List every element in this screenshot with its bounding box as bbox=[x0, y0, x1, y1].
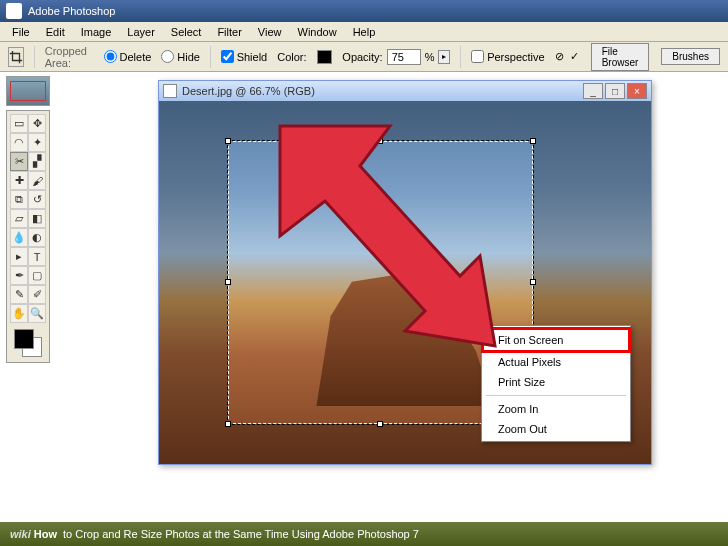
tutorial-caption: wiki How to Crop and Re Size Photos at t… bbox=[0, 522, 728, 546]
heal-tool-icon[interactable]: ✚ bbox=[10, 171, 28, 190]
app-icon bbox=[6, 3, 22, 19]
gradient-tool-icon[interactable]: ◧ bbox=[28, 209, 46, 228]
path-tool-icon[interactable]: ▸ bbox=[10, 247, 28, 266]
menu-help[interactable]: Help bbox=[345, 24, 384, 40]
separator bbox=[210, 46, 211, 68]
marquee-tool-icon[interactable]: ▭ bbox=[10, 114, 28, 133]
crop-tool-icon[interactable]: ✂ bbox=[10, 152, 28, 171]
close-button[interactable]: × bbox=[627, 83, 647, 99]
toolbox: ▭✥ ◠✦ ✂▞ ✚🖌 ⧉↺ ▱◧ 💧◐ ▸T ✒▢ ✎✐ ✋🔍 bbox=[6, 110, 50, 363]
notes-tool-icon[interactable]: ✎ bbox=[10, 285, 28, 304]
crop-handle[interactable] bbox=[530, 138, 536, 144]
context-menu: Fit on Screen Actual Pixels Print Size Z… bbox=[481, 325, 631, 442]
menu-item-zoom-in[interactable]: Zoom In bbox=[482, 399, 630, 419]
menu-filter[interactable]: Filter bbox=[209, 24, 249, 40]
shape-tool-icon[interactable]: ▢ bbox=[28, 266, 46, 285]
minimize-button[interactable]: _ bbox=[583, 83, 603, 99]
pen-tool-icon[interactable]: ✒ bbox=[10, 266, 28, 285]
blur-tool-icon[interactable]: 💧 bbox=[10, 228, 28, 247]
stamp-tool-icon[interactable]: ⧉ bbox=[10, 190, 28, 209]
menu-bar: File Edit Image Layer Select Filter View… bbox=[0, 22, 728, 42]
crop-handle[interactable] bbox=[530, 279, 536, 285]
move-tool-icon[interactable]: ✥ bbox=[28, 114, 46, 133]
hand-tool-icon[interactable]: ✋ bbox=[10, 304, 28, 323]
app-title: Adobe Photoshop bbox=[28, 5, 115, 17]
document-window: Desert.jpg @ 66.7% (RGB) _ □ × Fit on Sc… bbox=[158, 80, 652, 465]
opacity-arrow-icon[interactable]: ▸ bbox=[438, 50, 450, 64]
menu-item-fit-on-screen[interactable]: Fit on Screen bbox=[481, 327, 631, 353]
opacity-control: Opacity: 75 % ▸ bbox=[342, 49, 450, 65]
menu-divider bbox=[486, 395, 626, 396]
menu-item-zoom-out[interactable]: Zoom Out bbox=[482, 419, 630, 439]
color-swatches bbox=[10, 327, 46, 359]
wand-tool-icon[interactable]: ✦ bbox=[28, 133, 46, 152]
brush-tool-icon[interactable]: 🖌 bbox=[28, 171, 46, 190]
zoom-tool-icon[interactable]: 🔍 bbox=[28, 304, 46, 323]
crop-handle[interactable] bbox=[225, 421, 231, 427]
crop-handle[interactable] bbox=[225, 138, 231, 144]
crop-tool-icon[interactable] bbox=[8, 47, 24, 67]
brand-wiki: wiki bbox=[10, 528, 31, 540]
file-browser-tab[interactable]: File Browser bbox=[591, 43, 650, 71]
menu-file[interactable]: File bbox=[4, 24, 38, 40]
menu-edit[interactable]: Edit bbox=[38, 24, 73, 40]
fg-color-swatch[interactable] bbox=[14, 329, 34, 349]
separator bbox=[34, 46, 35, 68]
title-bar: Adobe Photoshop bbox=[0, 0, 728, 22]
cancel-icon[interactable]: ⊘ bbox=[555, 50, 564, 63]
menu-item-actual-pixels[interactable]: Actual Pixels bbox=[482, 352, 630, 372]
color-label: Color: bbox=[277, 51, 306, 63]
maximize-button[interactable]: □ bbox=[605, 83, 625, 99]
crop-handle[interactable] bbox=[377, 421, 383, 427]
menu-image[interactable]: Image bbox=[73, 24, 120, 40]
lasso-tool-icon[interactable]: ◠ bbox=[10, 133, 28, 152]
navigator-panel[interactable] bbox=[6, 76, 50, 106]
crop-handle[interactable] bbox=[377, 138, 383, 144]
menu-layer[interactable]: Layer bbox=[119, 24, 163, 40]
slice-tool-icon[interactable]: ▞ bbox=[28, 152, 46, 171]
options-bar: Cropped Area: Delete Hide Shield Color: … bbox=[0, 42, 728, 72]
crop-handle[interactable] bbox=[225, 279, 231, 285]
confirm-icon[interactable]: ✓ bbox=[570, 50, 579, 63]
brushes-tab[interactable]: Brushes bbox=[661, 48, 720, 65]
eyedropper-tool-icon[interactable]: ✐ bbox=[28, 285, 46, 304]
document-icon bbox=[163, 84, 177, 98]
crop-shield bbox=[228, 101, 533, 141]
menu-view[interactable]: View bbox=[250, 24, 290, 40]
document-title: Desert.jpg @ 66.7% (RGB) bbox=[182, 85, 315, 97]
opacity-label: Opacity: bbox=[342, 51, 382, 63]
dodge-tool-icon[interactable]: ◐ bbox=[28, 228, 46, 247]
opacity-value[interactable]: 75 bbox=[387, 49, 421, 65]
color-swatch[interactable] bbox=[317, 50, 333, 64]
canvas[interactable]: Fit on Screen Actual Pixels Print Size Z… bbox=[159, 101, 651, 464]
percent-label: % bbox=[425, 51, 435, 63]
cropped-area-label: Cropped Area: bbox=[45, 45, 94, 69]
caption-text: to Crop and Re Size Photos at the Same T… bbox=[63, 528, 419, 540]
perspective-checkbox[interactable]: Perspective bbox=[471, 50, 544, 63]
eraser-tool-icon[interactable]: ▱ bbox=[10, 209, 28, 228]
hide-radio[interactable]: Hide bbox=[161, 50, 200, 63]
crop-shield bbox=[159, 101, 228, 464]
history-brush-icon[interactable]: ↺ bbox=[28, 190, 46, 209]
menu-select[interactable]: Select bbox=[163, 24, 210, 40]
menu-item-print-size[interactable]: Print Size bbox=[482, 372, 630, 392]
separator bbox=[460, 46, 461, 68]
brand-how: How bbox=[34, 528, 57, 540]
document-title-bar[interactable]: Desert.jpg @ 66.7% (RGB) _ □ × bbox=[159, 81, 651, 101]
menu-window[interactable]: Window bbox=[290, 24, 345, 40]
delete-radio[interactable]: Delete bbox=[104, 50, 152, 63]
type-tool-icon[interactable]: T bbox=[28, 247, 46, 266]
shield-checkbox[interactable]: Shield bbox=[221, 50, 268, 63]
